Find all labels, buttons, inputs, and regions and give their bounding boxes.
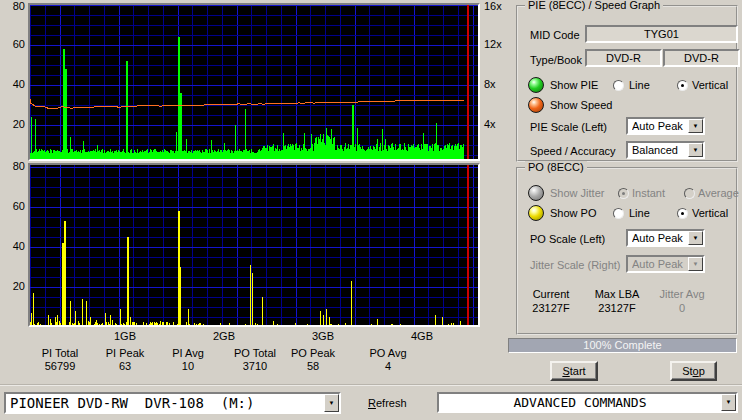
show-po-label: Show PO [550, 207, 596, 219]
jitter-avg-value: 0 [679, 302, 685, 314]
pie-scale-value: Auto Peak [632, 119, 686, 133]
mid-code-label: MID Code [530, 29, 580, 41]
show-jitter-label: Show Jitter [550, 187, 604, 199]
po-axis-tick: 40 [0, 240, 25, 252]
speed-axis-tick: 12x [484, 38, 514, 50]
max-lba-value: 23127F [598, 302, 635, 314]
po-vertical-radio[interactable] [677, 208, 688, 219]
speed-accuracy-value: Balanced [632, 143, 686, 157]
gb-axis-tick: 2GB [213, 330, 235, 342]
po-scale-label: PO Scale (Left) [530, 233, 605, 245]
jitter-scale-label: Jitter Scale (Right) [530, 259, 620, 271]
show-pie-led-button[interactable] [528, 77, 544, 93]
po-vertical-label: Vertical [692, 207, 728, 219]
gb-axis-tick: 4GB [411, 330, 433, 342]
dropdown-arrow-icon[interactable]: ▼ [688, 143, 703, 157]
refresh-button[interactable]: Refresh [368, 397, 407, 409]
jitter-avg-readout: Jitter Avg 0 [659, 287, 704, 315]
dropdown-arrow-icon[interactable]: ▼ [721, 394, 736, 411]
dropdown-arrow-icon[interactable]: ▼ [688, 119, 703, 133]
gb-axis-tick: 3GB [312, 330, 334, 342]
mid-code-field: TYG01 [585, 25, 738, 43]
po-scale-select[interactable]: Auto Peak ▼ [626, 229, 705, 247]
pie-scale-label: PIE Scale (Left) [530, 121, 607, 133]
pie-vertical-label: Vertical [692, 79, 728, 91]
max-lba-label: Max LBA [595, 288, 640, 300]
current-lba-readout: Current 23127F [532, 287, 569, 315]
stat-po-total: PO Total3710 [234, 347, 276, 373]
po-groupbox: PO (8ECC) Show Jitter Instant Average Sh… [516, 167, 738, 335]
jitter-average-radio [684, 188, 695, 199]
gb-axis-tick: 1GB [114, 330, 136, 342]
type-book-label: Type/Book [530, 54, 582, 66]
advanced-commands-select[interactable]: ADVANCED COMMANDS ▼ [437, 392, 738, 413]
speed-axis-tick: 16x [484, 0, 514, 12]
pie-graph-plot [28, 3, 480, 161]
pie-line-label: Line [629, 79, 650, 91]
disc-type-field: DVD-R [585, 49, 662, 67]
stop-button[interactable]: Stop [670, 361, 717, 381]
app-window: 8060402016x12x8x4x806040201GB2GB3GB4GB P… [0, 0, 742, 420]
dropdown-arrow-icon: ▼ [688, 257, 703, 271]
pie-scale-select[interactable]: Auto Peak ▼ [626, 117, 705, 135]
stat-po-peak: PO Peak58 [291, 347, 335, 373]
speed-axis-tick: 4x [484, 118, 514, 130]
show-pie-label: Show PIE [550, 79, 598, 91]
dropdown-arrow-icon[interactable]: ▼ [324, 394, 339, 412]
jitter-scale-select: Auto Peak ▼ [626, 255, 705, 273]
po-scale-value: Auto Peak [632, 231, 686, 245]
po-graph-plot [28, 163, 480, 327]
po-groupbox-title: PO (8ECC) [525, 161, 587, 173]
speed-accuracy-label: Speed / Accuracy [530, 145, 616, 157]
pie-vertical-radio[interactable] [677, 80, 688, 91]
current-value: 23127F [532, 302, 569, 314]
current-label: Current [533, 288, 570, 300]
advanced-commands-value: ADVANCED COMMANDS [443, 394, 717, 411]
pie-line-radio[interactable] [613, 80, 624, 91]
po-line-label: Line [629, 207, 650, 219]
pie-speed-groupbox: PIE (8ECC) / Speed Graph MID Code TYG01 … [516, 5, 738, 162]
pie-axis-tick: 80 [0, 0, 25, 12]
stat-pi-peak: PI Peak63 [106, 347, 145, 373]
dropdown-arrow-icon[interactable]: ▼ [688, 231, 703, 245]
pie-axis-tick: 60 [0, 38, 25, 50]
device-value: PIONEER DVD-RW DVR-108 (M:) [10, 394, 322, 412]
max-lba-readout: Max LBA 23127F [595, 287, 640, 315]
start-button[interactable]: Start [550, 361, 598, 381]
stat-pi-avg: PI Avg10 [172, 347, 204, 373]
book-type-field: DVD-R [663, 49, 740, 67]
pie-axis-tick: 40 [0, 78, 25, 90]
show-speed-label: Show Speed [550, 99, 612, 111]
po-line-radio[interactable] [613, 208, 624, 219]
speed-axis-tick: 8x [484, 78, 514, 90]
progress-bar: 100% Complete [508, 338, 737, 353]
jitter-instant-radio [618, 188, 629, 199]
show-po-led-button[interactable] [528, 205, 544, 221]
pie-groupbox-title: PIE (8ECC) / Speed Graph [525, 0, 663, 11]
jitter-instant-label: Instant [632, 187, 665, 199]
device-select[interactable]: PIONEER DVD-RW DVR-108 (M:) ▼ [4, 392, 341, 414]
stat-pi-total: PI Total56799 [42, 347, 79, 373]
stat-po-avg: PO Avg4 [369, 347, 406, 373]
po-axis-tick: 60 [0, 200, 25, 212]
po-axis-tick: 80 [0, 160, 25, 172]
po-axis-tick: 20 [0, 280, 25, 292]
show-jitter-led-button [528, 185, 544, 201]
show-speed-led-button[interactable] [528, 97, 544, 113]
jitter-scale-value: Auto Peak [632, 257, 686, 271]
speed-accuracy-select[interactable]: Balanced ▼ [626, 141, 705, 159]
jitter-avg-label: Jitter Avg [659, 288, 704, 300]
pie-axis-tick: 20 [0, 118, 25, 130]
jitter-average-label: Average [698, 187, 739, 199]
bottom-separator [0, 384, 742, 386]
